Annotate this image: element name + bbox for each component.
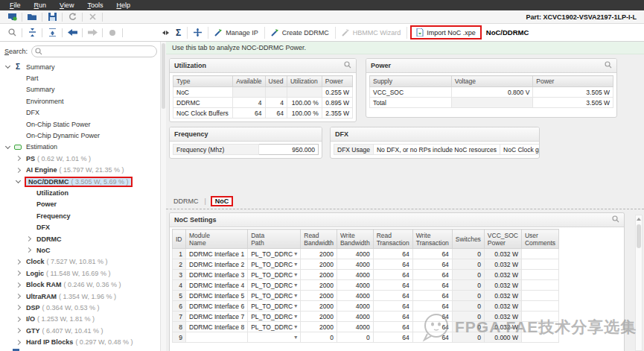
dropdown-arrow-icon[interactable]: ▾ <box>294 334 297 341</box>
chevron-right-icon[interactable] <box>16 328 21 333</box>
tree-item-gty[interactable]: GTY( 6.407 W, 10.41 % ) <box>0 325 160 336</box>
menu-tools[interactable]: Tools <box>80 1 109 9</box>
tree-item-part[interactable]: Part <box>0 72 160 83</box>
forward-button[interactable] <box>85 27 100 39</box>
chevron-down-icon[interactable] <box>5 63 10 69</box>
tree-item-ultraram[interactable]: UltraRAM( 1.354 W, 1.96 % ) <box>0 291 160 302</box>
cell-read-transaction[interactable]: 64 <box>373 280 412 291</box>
tree-item-dfx[interactable]: DFX <box>0 107 160 118</box>
cell-data-path[interactable]: ▾ <box>248 332 301 343</box>
cell-user-comments[interactable] <box>521 312 558 322</box>
scroll-up-button[interactable] <box>636 215 642 223</box>
tree-item-summary[interactable]: Summary <box>0 84 160 95</box>
cell-available[interactable]: 64 <box>233 108 265 118</box>
move-button[interactable] <box>188 24 208 41</box>
tree-item-logic[interactable]: Logic( 11.548 W, 16.69 % ) <box>0 268 160 279</box>
cell-module-name[interactable]: DDRMC Interface 1 <box>186 249 248 259</box>
noc-ddrmc-context-tab[interactable]: NoC/DDRMC <box>485 28 529 37</box>
hbmmc-wizard-button[interactable]: HBMMC Wizard <box>336 24 407 41</box>
cell-user-comments[interactable] <box>521 249 558 259</box>
tab-ddrmc[interactable]: DDRMC <box>172 197 200 205</box>
record-button[interactable] <box>105 27 120 39</box>
panel-search-button[interactable] <box>344 61 351 70</box>
manage-ip-button[interactable]: Manage IP <box>208 24 264 41</box>
tree-item-clock[interactable]: Clock( 7.527 W, 10.81 % ) <box>0 256 160 268</box>
menu-view[interactable]: View <box>53 1 80 9</box>
create-ddrmc-button[interactable]: Create DDRMC <box>265 24 335 41</box>
pane-splitter[interactable] <box>161 24 170 41</box>
chevron-right-icon[interactable] <box>16 294 21 299</box>
cell-write-bandwidth[interactable]: 4000 <box>337 312 373 322</box>
noc-table-scrollbar[interactable] <box>635 215 643 351</box>
dropdown-arrow-icon[interactable]: ▾ <box>294 323 297 330</box>
chevron-down-icon[interactable] <box>5 144 10 149</box>
cell-value[interactable]: 950.000 <box>259 145 319 155</box>
cell-write-bandwidth[interactable]: 4000 <box>337 259 373 270</box>
menu-file[interactable]: File <box>3 1 28 9</box>
cell-user-comments[interactable] <box>521 301 558 312</box>
tree-item-noc-ddrmc[interactable]: NoC/DDRMC( 3.505 W, 5.69 % ) <box>0 176 160 187</box>
cell-read-transaction[interactable]: 64 <box>373 270 412 280</box>
cell-read-transaction[interactable]: 64 <box>373 259 412 270</box>
cell-read-bandwidth[interactable]: 2000 <box>301 249 337 259</box>
cell-write-transaction[interactable]: 64 <box>412 291 452 301</box>
cell-utilization[interactable]: 100.00 % <box>287 98 322 108</box>
cell-user-comments[interactable] <box>521 270 558 280</box>
chevron-right-icon[interactable] <box>16 271 21 276</box>
cell-supply[interactable]: VCC_SOC <box>370 87 452 98</box>
cell-type[interactable]: NoC Clock Buffers <box>173 108 233 118</box>
cell-read-bandwidth[interactable]: 2000 <box>301 280 337 291</box>
sidebar-scrollbar-thumb[interactable] <box>162 43 165 109</box>
cell-read-bandwidth[interactable]: 2000 <box>301 312 337 322</box>
cell-write-bandwidth[interactable]: 4000 <box>337 322 373 332</box>
cell-read-bandwidth[interactable]: 2000 <box>301 291 337 301</box>
cell-write-transaction[interactable]: 64 <box>412 312 452 322</box>
tree-item-i-o[interactable]: I/O( 1.253 W, 1.81 % ) <box>0 314 160 325</box>
menu-help[interactable]: Help <box>109 1 137 9</box>
cell-write-transaction[interactable]: 64 <box>412 259 452 270</box>
dropdown-arrow-icon[interactable]: ▾ <box>294 303 297 309</box>
tree-item-ddrmc[interactable]: DDRMC <box>0 233 160 244</box>
dropdown-arrow-icon[interactable]: ▾ <box>294 271 297 278</box>
panel-search-button[interactable] <box>612 215 619 224</box>
cell-data-path[interactable]: PL_TO_DDRC▾ <box>248 270 301 280</box>
panel-search-button[interactable] <box>605 61 612 70</box>
cell-available[interactable]: 4 <box>233 98 265 108</box>
cell-write-transaction[interactable]: 64 <box>412 322 452 332</box>
cell-power[interactable]: 2.355 W <box>322 108 352 118</box>
scrollbar-thumb[interactable] <box>637 224 641 248</box>
tree-item-summary[interactable]: ΣSummary <box>0 61 160 72</box>
cell-write-bandwidth[interactable]: 0 <box>337 332 373 343</box>
cell-data-path[interactable]: PL_TO_DDRC▾ <box>248 322 301 332</box>
cell-user-comments[interactable] <box>521 280 558 291</box>
cell-power[interactable]: 0.255 W <box>322 87 352 98</box>
cell-read-bandwidth[interactable]: 2000 <box>301 270 337 280</box>
cell-user-comments[interactable] <box>521 259 558 270</box>
tree-item-on-chip-static-power[interactable]: On-Chip Static Power <box>0 118 160 130</box>
cell-write-transaction[interactable]: 64 <box>412 270 452 280</box>
tree-item-ps[interactable]: PS( 0.62 W, 1.01 % ) <box>0 153 160 164</box>
tab-noc[interactable]: NoC <box>211 196 234 206</box>
cell-write-bandwidth[interactable]: 4000 <box>337 270 373 280</box>
cell-module-name[interactable]: DDRMC Interface 2 <box>186 259 248 270</box>
cell-read-transaction[interactable]: 64 <box>373 332 412 343</box>
cell-power[interactable]: 3.505 W <box>533 87 613 98</box>
back-button[interactable] <box>65 27 80 39</box>
cell-power[interactable]: 3.505 W <box>533 98 613 108</box>
cell-read-transaction[interactable]: 64 <box>373 301 412 312</box>
tree-item-block-ram[interactable]: Block RAM( 0.246 W, 0.36 % ) <box>0 279 160 290</box>
cell-read-bandwidth[interactable]: 2000 <box>301 301 337 312</box>
cell-user-comments[interactable] <box>521 322 558 332</box>
dropdown-arrow-icon[interactable]: ▾ <box>294 250 297 257</box>
tree-item-noc[interactable]: NoC <box>0 244 160 256</box>
chevron-right-icon[interactable] <box>26 236 31 241</box>
save-button[interactable] <box>45 11 60 23</box>
search-button[interactable] <box>4 27 19 39</box>
cell-module-name[interactable]: DDRMC Interface 8 <box>186 322 248 332</box>
cell-read-transaction[interactable]: 64 <box>373 322 412 332</box>
cell-write-bandwidth[interactable]: 4000 <box>337 280 373 291</box>
chevron-right-icon[interactable] <box>16 340 21 345</box>
tree-item-power[interactable]: Power <box>0 199 160 210</box>
cell-write-transaction[interactable]: 64 <box>412 280 452 291</box>
chevron-right-icon[interactable] <box>16 156 21 161</box>
